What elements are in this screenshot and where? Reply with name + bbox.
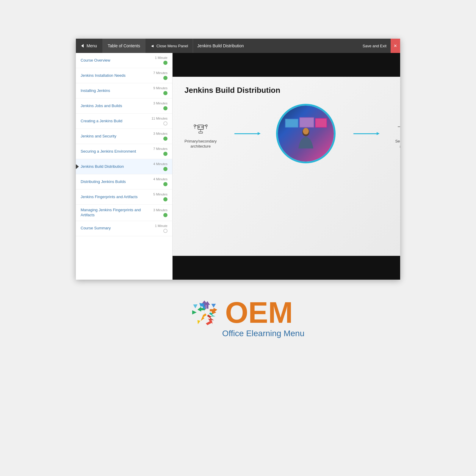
svg-rect-0: [198, 125, 203, 129]
left-connector: [234, 133, 258, 134]
sidebar-item-distributing-jenkins-builds[interactable]: Distributing Jenkins Builds4 Minutes: [76, 174, 172, 190]
close-x-icon: ✕: [394, 43, 397, 48]
close-panel-icon: ◄: [150, 43, 154, 48]
main-content: Course Overview1 MinuteJenkins Installat…: [76, 53, 400, 280]
connector-line-right: [353, 133, 377, 134]
sidebar-item-meta: 3 Minutes: [145, 208, 167, 217]
sidebar-item-label: Securing a Jenkins Environment: [81, 149, 145, 154]
svg-rect-14: [286, 119, 298, 127]
svg-point-18: [303, 128, 309, 134]
logo-section: OEM Office Elearning Menu: [172, 298, 305, 338]
right-diagram-node: Secondary agent: [395, 118, 400, 149]
svg-point-2: [201, 126, 203, 128]
sidebar-item-jenkins-installation-needs[interactable]: Jenkins Installation Needs7 Minutes: [76, 68, 172, 83]
sidebar-item-jenkins-jobs-builds[interactable]: Jenkins Jobs and Builds3 Minutes: [76, 98, 172, 114]
oem-arrows-detailed-icon: [192, 299, 222, 326]
sidebar-item-meta: 7 Minutes: [145, 147, 167, 156]
svg-rect-10: [199, 132, 203, 133]
viewer-bottom-bar: [173, 256, 400, 280]
sidebar-item-meta: 5 Minutes: [145, 192, 167, 201]
center-image: [278, 106, 334, 162]
sidebar-item-meta: 4 Minutes: [145, 177, 167, 186]
slide-title: Jenkins Build Distribution: [184, 86, 400, 95]
save-exit-button[interactable]: Save and Exit: [358, 39, 391, 53]
sidebar-item-meta: 11 Minutes: [145, 117, 167, 126]
status-dot: [163, 121, 167, 126]
sidebar-item-label: Jenkins Installation Needs: [81, 73, 145, 78]
slide-area: Jenkins Build Distribution: [173, 77, 400, 256]
course-viewer: Jenkins Build Distribution: [173, 53, 400, 280]
sidebar-item-course-overview[interactable]: Course Overview1 Minute: [76, 53, 172, 68]
save-exit-label: Save and Exit: [363, 44, 386, 48]
sidebar-item-meta: 3 Minutes: [145, 132, 167, 141]
status-dot: [163, 61, 167, 65]
status-dot: [163, 152, 167, 156]
sidebar: Course Overview1 MinuteJenkins Installat…: [76, 53, 173, 280]
sidebar-item-meta: 1 Minute: [145, 224, 167, 233]
right-node-label: Secondary agent: [395, 139, 400, 149]
menu-button[interactable]: Menu: [76, 39, 102, 53]
sidebar-item-jenkins-build-distribution[interactable]: Jenkins Build Distribution4 Minutes: [76, 159, 172, 174]
status-dot: [163, 167, 167, 171]
top-nav: Menu Table of Contents ◄ Close Menu Pane…: [76, 39, 400, 53]
sidebar-item-installing-jenkins[interactable]: Installing Jenkins9 Minutes: [76, 83, 172, 98]
sidebar-item-meta: 1 Minute: [145, 56, 167, 65]
sidebar-item-meta: 9 Minutes: [145, 86, 167, 95]
slide-diagram: Primary/secondary architecture: [184, 104, 400, 163]
status-dot: [163, 229, 167, 233]
sidebar-item-label: Course Overview: [81, 58, 145, 63]
viewer-top-bar: [173, 53, 400, 77]
status-dot: [163, 106, 167, 110]
status-dot: [163, 197, 167, 201]
sidebar-item-time: 1 Minute: [155, 56, 167, 60]
sidebar-item-meta: 7 Minutes: [145, 71, 167, 80]
course-title: Jenkins Build Distribution: [193, 43, 358, 48]
menu-label: Menu: [87, 43, 97, 48]
right-connector: [353, 133, 377, 134]
primary-secondary-icon: [192, 118, 209, 136]
toc-label: Table of Contents: [108, 43, 140, 48]
toc-button[interactable]: Table of Contents: [102, 39, 145, 53]
sidebar-item-label: Jenkins Fingerprints and Artifacts: [81, 195, 145, 200]
connector-line-left: [234, 133, 258, 134]
close-panel-button[interactable]: ◄ Close Menu Panel: [145, 39, 193, 53]
sidebar-item-time: 11 Minutes: [151, 117, 167, 120]
sidebar-item-label: Managing Jenkins Fingerprints and Artifa…: [81, 208, 145, 218]
sidebar-item-time: 7 Minutes: [153, 147, 167, 151]
sidebar-item-meta: 3 Minutes: [145, 101, 167, 110]
sidebar-item-label: Jenkins Jobs and Builds: [81, 104, 145, 109]
sidebar-item-creating-jenkins-build[interactable]: Creating a Jenkins Build11 Minutes: [76, 114, 172, 129]
svg-point-1: [198, 126, 200, 128]
close-panel-label: Close Menu Panel: [156, 44, 188, 48]
sidebar-item-managing-jenkins-fingerprints[interactable]: Managing Jenkins Fingerprints and Artifa…: [76, 205, 172, 221]
left-node-label: Primary/secondary architecture: [184, 139, 217, 149]
status-dot: [163, 213, 167, 217]
sidebar-item-time: 4 Minutes: [153, 162, 167, 166]
app-wrapper: Menu Table of Contents ◄ Close Menu Pane…: [0, 0, 476, 476]
sidebar-item-time: 4 Minutes: [153, 177, 167, 181]
status-dot: [163, 76, 167, 80]
sidebar-item-jenkins-security[interactable]: Jenkins and Security3 Minutes: [76, 129, 172, 144]
sidebar-item-label: Jenkins Build Distribution: [81, 164, 145, 169]
status-dot: [163, 91, 167, 95]
sidebar-item-meta: 4 Minutes: [145, 162, 167, 171]
menu-chevron-icon: [81, 44, 84, 48]
sidebar-item-time: 3 Minutes: [153, 101, 167, 105]
sidebar-item-time: 9 Minutes: [153, 86, 167, 90]
sidebar-item-label: Creating a Jenkins Build: [81, 119, 145, 124]
active-indicator: [76, 164, 79, 169]
sidebar-item-securing-jenkins[interactable]: Securing a Jenkins Environment7 Minutes: [76, 144, 172, 159]
sidebar-item-jenkins-fingerprints-artifacts[interactable]: Jenkins Fingerprints and Artifacts5 Minu…: [76, 190, 172, 205]
center-circle: [276, 104, 336, 163]
left-diagram-node: Primary/secondary architecture: [184, 118, 217, 149]
close-x-button[interactable]: ✕: [391, 39, 400, 53]
oem-logo: OEM: [190, 298, 293, 327]
sidebar-item-time: 1 Minute: [155, 224, 167, 228]
oem-text: OEM: [225, 298, 293, 327]
app-container: Menu Table of Contents ◄ Close Menu Pane…: [76, 39, 400, 280]
secondary-agent-icon: [395, 118, 400, 136]
status-dot: [163, 182, 167, 186]
sidebar-item-course-summary[interactable]: Course Summary1 Minute: [76, 221, 172, 236]
sidebar-item-time: 5 Minutes: [153, 192, 167, 196]
sidebar-item-label: Course Summary: [81, 226, 145, 231]
